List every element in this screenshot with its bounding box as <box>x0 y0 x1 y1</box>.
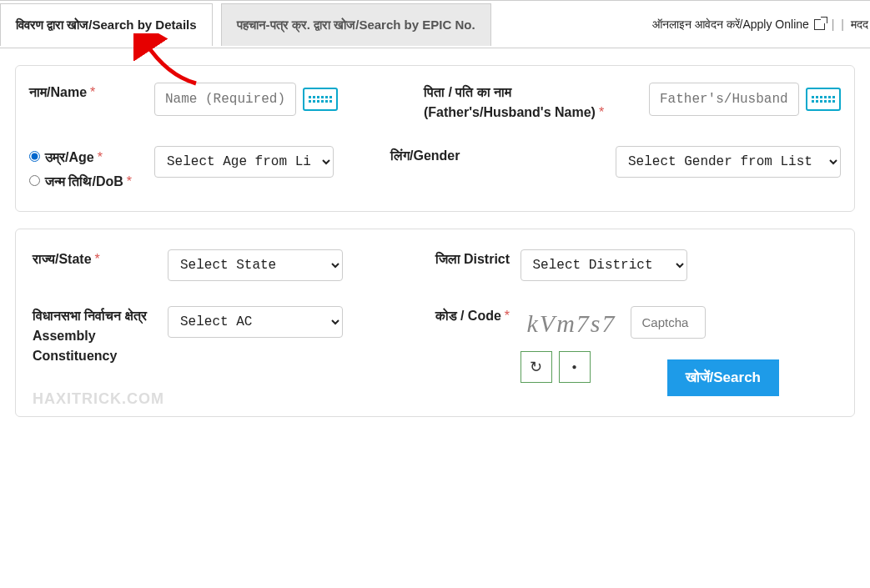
district-select[interactable]: Select District <box>520 249 687 281</box>
divider: | <box>832 18 835 31</box>
dot-icon: ● <box>571 362 576 371</box>
link-apply-online-label: ऑनलाइन आवेदन करें/Apply Online <box>652 18 809 31</box>
gender-label: लिंग/Gender <box>390 146 616 166</box>
link-apply-online[interactable]: ऑनलाइन आवेदन करें/Apply Online <box>652 18 825 32</box>
father-name-input[interactable] <box>649 83 799 116</box>
name-input[interactable] <box>154 83 296 116</box>
keyboard-icon[interactable] <box>806 88 841 111</box>
code-label: कोड / Code* <box>435 306 510 326</box>
radio-age-label: उम्र/Age <box>45 150 94 164</box>
age-dob-radio-group: उम्र/Age* जन्म तिथि/DoB* <box>29 146 154 194</box>
state-label: राज्य/State* <box>33 249 158 269</box>
father-name-label: पिता / पति का नाम (Father's/Husband's Na… <box>424 83 649 123</box>
search-button[interactable]: खोजें/Search <box>667 359 779 396</box>
external-link-icon <box>814 19 825 30</box>
captcha-input[interactable] <box>631 306 706 339</box>
radio-dob-label: जन्म तिथि/DoB <box>45 174 123 188</box>
age-select[interactable]: Select Age from Li <box>154 146 334 178</box>
ac-label: विधानसभा निर्वाचन क्षेत्र Assembly Const… <box>33 306 158 366</box>
gender-select[interactable]: Select Gender from List <box>616 146 841 178</box>
captcha-image: kVm7s7 <box>520 306 623 341</box>
watermark: HAXITRICK.COM <box>33 390 164 408</box>
panel-location-details: राज्य/State* Select State जिला District … <box>15 229 855 417</box>
refresh-icon: ↻ <box>530 358 542 376</box>
radio-dob[interactable] <box>29 175 40 186</box>
captcha-refresh-button[interactable]: ↻ <box>520 351 552 383</box>
tab-search-by-details[interactable]: विवरण द्वारा खोज/Search by Details <box>0 3 213 46</box>
panel-personal-details: नाम/Name* पिता / पति का नाम (Father's/Hu… <box>15 65 855 212</box>
radio-age[interactable] <box>29 151 40 162</box>
captcha-audio-button[interactable]: ● <box>559 351 591 383</box>
name-label: नाम/Name* <box>29 83 154 103</box>
ac-select[interactable]: Select AC <box>168 306 343 338</box>
state-select[interactable]: Select State <box>168 249 343 281</box>
keyboard-icon[interactable] <box>303 88 338 111</box>
divider: | <box>841 18 844 31</box>
link-help[interactable]: मदद <box>851 18 868 32</box>
district-label: जिला District <box>435 249 510 269</box>
tab-search-by-epic[interactable]: पहचान-पत्र क्र. द्वारा खोज/Search by EPI… <box>221 3 491 46</box>
